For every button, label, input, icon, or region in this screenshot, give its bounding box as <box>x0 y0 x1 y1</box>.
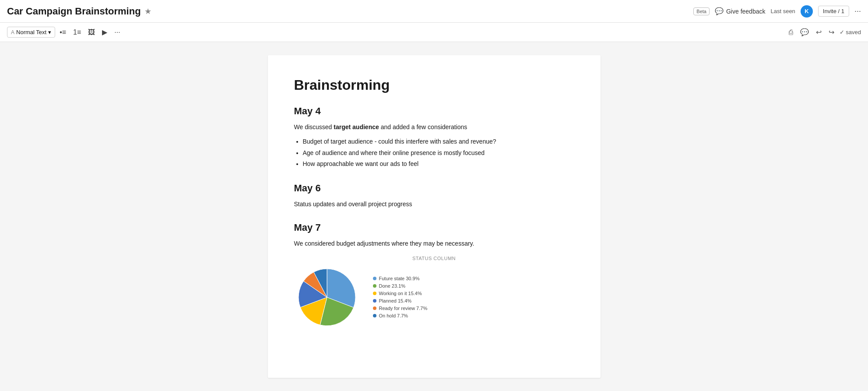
bullet-list-icon: •≡ <box>60 28 66 36</box>
give-feedback-label: Give feedback <box>726 8 766 15</box>
section-may4-heading: May 4 <box>294 106 574 117</box>
more-options-button[interactable]: ··· <box>854 7 861 16</box>
chart-label: STATUS COLUMN <box>294 256 574 261</box>
legend-item: On hold 7.7% <box>373 313 428 318</box>
legend-dot <box>373 314 376 317</box>
legend-label: Planned 15.4% <box>379 298 412 303</box>
chart-container: STATUS COLUMN Future state 30.9%Done 23.… <box>294 256 574 330</box>
bullet-list-button[interactable]: •≡ <box>57 27 69 38</box>
beta-badge: Beta <box>693 7 710 15</box>
text-style-icon: A <box>11 29 14 35</box>
toolbar-right: ⎙ 💬 ↩ ↪ ✓ saved <box>787 26 861 38</box>
numbered-list-button[interactable]: 1≡ <box>70 27 84 38</box>
print-button[interactable]: ⎙ <box>787 27 795 38</box>
chart-inner: Future state 30.9%Done 23.1%Working on i… <box>294 264 574 330</box>
section-may4: May 4 We discussed target audience and a… <box>294 106 574 169</box>
top-bar-left: Car Campaign Brainstorming ★ <box>7 6 151 17</box>
document-page: Brainstorming May 4 We discussed target … <box>268 55 601 378</box>
legend-item: Working on it 15.4% <box>373 291 428 296</box>
section-may4-paragraph: We discussed target audience and added a… <box>294 122 574 132</box>
section-may4-bullets: Budget of target audience - could this i… <box>303 136 574 169</box>
pie-chart <box>294 264 360 330</box>
section-may6-paragraph: Status updates and overall project progr… <box>294 199 574 209</box>
legend-dot <box>373 299 376 303</box>
bullet-item: How approachable we want our ads to feel <box>303 159 574 169</box>
last-seen-label: Last seen <box>770 8 795 14</box>
legend-dot <box>373 277 376 280</box>
legend-item: Planned 15.4% <box>373 298 428 303</box>
media-icon: ▶ <box>102 28 107 36</box>
paragraph-before: We discussed <box>294 123 332 130</box>
comment-icon: 💬 <box>800 28 809 36</box>
section-may6-heading: May 6 <box>294 183 574 194</box>
text-style-label: Normal Text <box>16 29 46 35</box>
toolbar-more-icon: ··· <box>114 28 120 36</box>
toolbar: A Normal Text ▾ •≡ 1≡ 🖼 ▶ ··· ⎙ 💬 ↩ <box>0 23 868 42</box>
legend-dot <box>373 284 376 288</box>
legend-item: Ready for review 7.7% <box>373 306 428 311</box>
top-bar-right: Beta 💬 Give feedback Last seen K Invite … <box>693 5 861 18</box>
bullet-item: Age of audience and where their online p… <box>303 148 574 159</box>
section-may6: May 6 Status updates and overall project… <box>294 183 574 209</box>
section-may7: May 7 We considered budget adjustments w… <box>294 222 574 330</box>
legend-item: Done 23.1% <box>373 283 428 289</box>
give-feedback-button[interactable]: 💬 Give feedback <box>715 7 766 15</box>
legend-label: Done 23.1% <box>379 283 406 289</box>
image-icon: 🖼 <box>88 28 95 36</box>
numbered-list-icon: 1≡ <box>73 28 81 36</box>
feedback-icon: 💬 <box>715 7 724 15</box>
legend-label: On hold 7.7% <box>379 313 408 318</box>
top-bar: Car Campaign Brainstorming ★ Beta 💬 Give… <box>0 0 868 23</box>
toolbar-more-button[interactable]: ··· <box>112 27 123 38</box>
section-may7-heading: May 7 <box>294 222 574 233</box>
redo-button[interactable]: ↪ <box>827 26 836 38</box>
legend-label: Working on it 15.4% <box>379 291 422 296</box>
print-icon: ⎙ <box>789 28 793 36</box>
legend-dot <box>373 306 376 310</box>
media-button[interactable]: ▶ <box>99 26 110 38</box>
paragraph-after: and added a few considerations <box>381 123 467 130</box>
chart-legend: Future state 30.9%Done 23.1%Working on i… <box>373 276 428 318</box>
bullet-item: Budget of target audience - could this i… <box>303 136 574 147</box>
legend-dot <box>373 292 376 295</box>
toolbar-left: A Normal Text ▾ •≡ 1≡ 🖼 ▶ ··· <box>7 26 123 38</box>
document-title: Car Campaign Brainstorming <box>7 6 141 17</box>
section-may7-paragraph: We considered budget adjustments where t… <box>294 239 574 248</box>
comment-button[interactable]: 💬 <box>798 26 811 38</box>
image-button[interactable]: 🖼 <box>85 27 98 38</box>
undo-button[interactable]: ↩ <box>814 26 823 38</box>
text-style-selector[interactable]: A Normal Text ▾ <box>7 27 55 38</box>
avatar: K <box>801 5 813 18</box>
document-main-title: Brainstorming <box>294 77 574 93</box>
legend-item: Future state 30.9% <box>373 276 428 281</box>
bold-target-audience: target audience <box>334 123 379 130</box>
redo-icon: ↪ <box>829 28 834 36</box>
invite-button[interactable]: Invite / 1 <box>818 6 849 17</box>
legend-label: Ready for review 7.7% <box>379 306 428 311</box>
content-area: Brainstorming May 4 We discussed target … <box>0 42 868 391</box>
legend-label: Future state 30.9% <box>379 276 420 281</box>
saved-status: ✓ saved <box>840 29 861 35</box>
undo-icon: ↩ <box>816 28 822 36</box>
dropdown-arrow-icon: ▾ <box>48 29 51 35</box>
star-icon[interactable]: ★ <box>144 7 151 16</box>
